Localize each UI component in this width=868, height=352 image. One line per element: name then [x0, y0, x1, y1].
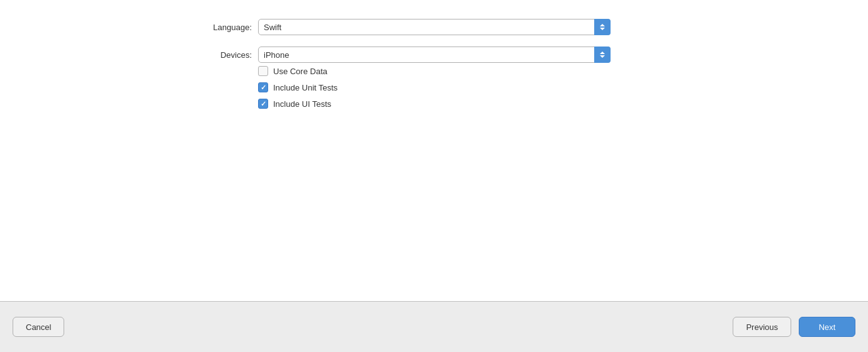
- devices-select-wrapper: iPhone: [258, 47, 611, 63]
- footer-left: Cancel: [13, 317, 64, 337]
- form-area: Language: Swift Devices: iPhone: [189, 19, 868, 63]
- checkmark-icon: ✓: [261, 101, 266, 107]
- cancel-button[interactable]: Cancel: [13, 317, 64, 337]
- main-content: Language: Swift Devices: iPhone: [0, 0, 868, 302]
- include-unit-tests-row[interactable]: ✓ Include Unit Tests: [258, 82, 868, 92]
- include-ui-tests-label: Include UI Tests: [273, 99, 331, 109]
- include-ui-tests-row[interactable]: ✓ Include UI Tests: [258, 99, 868, 109]
- use-core-data-label: Use Core Data: [273, 67, 327, 76]
- devices-row: Devices: iPhone: [189, 47, 868, 63]
- previous-button[interactable]: Previous: [733, 317, 791, 337]
- use-core-data-checkbox[interactable]: [258, 66, 268, 76]
- language-row: Language: Swift: [189, 19, 868, 35]
- include-ui-tests-checkbox[interactable]: ✓: [258, 99, 268, 109]
- language-select[interactable]: Swift: [258, 19, 611, 35]
- language-select-wrapper: Swift: [258, 19, 611, 35]
- footer: Cancel Previous Next: [0, 302, 868, 352]
- include-unit-tests-label: Include Unit Tests: [273, 83, 337, 92]
- dialog-container: Language: Swift Devices: iPhone: [0, 0, 868, 352]
- checkmark-icon: ✓: [261, 84, 266, 91]
- language-label: Language:: [189, 23, 252, 32]
- checkboxes-area: Use Core Data ✓ Include Unit Tests ✓ Inc…: [258, 66, 868, 109]
- devices-select[interactable]: iPhone: [258, 47, 611, 63]
- next-button[interactable]: Next: [799, 317, 855, 337]
- include-unit-tests-checkbox[interactable]: ✓: [258, 82, 268, 92]
- devices-label: Devices:: [189, 50, 252, 60]
- use-core-data-row[interactable]: Use Core Data: [258, 66, 868, 76]
- footer-right: Previous Next: [733, 317, 855, 337]
